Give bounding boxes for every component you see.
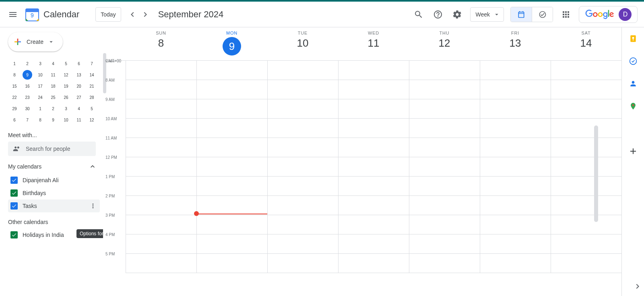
other-calendars-heading[interactable]: Other calendars: [8, 219, 100, 225]
time-cell[interactable]: [551, 80, 621, 99]
time-cell[interactable]: [126, 80, 196, 99]
view-selector[interactable]: Week: [470, 7, 504, 22]
today-button[interactable]: Today: [95, 7, 121, 22]
time-cell[interactable]: [126, 177, 196, 195]
minical-day[interactable]: 18: [47, 80, 60, 92]
time-cell[interactable]: [338, 119, 409, 138]
maps-addon-button[interactable]: [625, 98, 641, 114]
time-cell[interactable]: [551, 196, 621, 215]
minical-day[interactable]: 9: [23, 70, 32, 80]
minical-day[interactable]: 16: [21, 80, 34, 92]
calendar-item[interactable]: Birthdays: [8, 187, 100, 199]
time-cell[interactable]: [196, 157, 267, 176]
day-header[interactable]: TUE10: [267, 27, 338, 60]
minical-day[interactable]: 15: [8, 80, 21, 92]
next-period-button[interactable]: [139, 8, 152, 21]
checkbox-icon[interactable]: [10, 189, 18, 197]
minical-day[interactable]: 1: [34, 103, 47, 114]
settings-button[interactable]: [448, 5, 467, 24]
minical-day[interactable]: 22: [8, 92, 21, 103]
minical-day[interactable]: 7: [21, 114, 34, 125]
hour-row[interactable]: [126, 99, 621, 119]
create-button[interactable]: Create: [8, 32, 63, 51]
tasks-addon-button[interactable]: [625, 53, 641, 69]
time-cell[interactable]: [338, 80, 409, 99]
minical-day[interactable]: 25: [47, 92, 60, 103]
keep-addon-button[interactable]: [625, 31, 641, 47]
checkbox-icon[interactable]: [10, 177, 18, 184]
time-cell[interactable]: [267, 99, 338, 118]
help-button[interactable]: [428, 5, 448, 24]
hour-row[interactable]: [126, 157, 621, 177]
calendar-item[interactable]: Dipanjenah Ali: [8, 174, 100, 187]
minical-day[interactable]: 7: [85, 58, 98, 69]
time-cell[interactable]: [267, 215, 338, 234]
day-header[interactable]: MON9: [196, 27, 267, 60]
minical-day[interactable]: 4: [72, 103, 85, 114]
time-cell[interactable]: [267, 61, 338, 80]
time-cell[interactable]: [338, 196, 409, 215]
time-cell[interactable]: [338, 254, 409, 273]
time-cell[interactable]: [196, 80, 267, 99]
time-cell[interactable]: [126, 254, 196, 273]
time-cell[interactable]: [267, 119, 338, 138]
minical-day[interactable]: 4: [47, 58, 60, 69]
time-cell[interactable]: [480, 61, 551, 80]
day-header[interactable]: SAT14: [551, 27, 621, 60]
hour-row[interactable]: [126, 138, 621, 157]
checkbox-icon[interactable]: [10, 231, 18, 238]
google-account-area[interactable]: D: [579, 6, 638, 23]
time-cell[interactable]: [196, 99, 267, 118]
time-cell[interactable]: [196, 119, 267, 138]
hour-row[interactable]: [126, 80, 621, 99]
time-cell[interactable]: [551, 157, 621, 176]
hour-row[interactable]: [126, 254, 621, 273]
search-button[interactable]: [409, 5, 428, 24]
tasks-view-button[interactable]: [532, 7, 553, 22]
time-cell[interactable]: [196, 215, 267, 234]
time-cell[interactable]: [126, 157, 196, 176]
day-header[interactable]: THU12: [409, 27, 480, 60]
time-cell[interactable]: [196, 177, 267, 195]
minical-day[interactable]: 6: [8, 114, 21, 125]
time-cell[interactable]: [338, 157, 409, 176]
grid-scrollbar[interactable]: [594, 125, 598, 222]
checkbox-icon[interactable]: [10, 202, 18, 210]
minical-day[interactable]: 12: [60, 69, 72, 80]
minical-day[interactable]: 24: [34, 92, 47, 103]
time-cell[interactable]: [551, 254, 621, 273]
minical-day[interactable]: 8: [34, 114, 47, 125]
time-cell[interactable]: [551, 138, 621, 157]
minical-day[interactable]: 2: [47, 103, 60, 114]
time-cell[interactable]: [338, 234, 409, 253]
minical-day[interactable]: 21: [85, 80, 98, 92]
prev-period-button[interactable]: [126, 8, 139, 21]
time-cell[interactable]: [409, 138, 480, 157]
minical-day[interactable]: 10: [60, 114, 72, 125]
time-cell[interactable]: [196, 234, 267, 253]
user-avatar[interactable]: D: [619, 8, 632, 21]
time-cell[interactable]: [338, 61, 409, 80]
time-cell[interactable]: [409, 61, 480, 80]
time-cell[interactable]: [267, 177, 338, 195]
time-cell[interactable]: [551, 215, 621, 234]
time-cell[interactable]: [480, 215, 551, 234]
minical-day[interactable]: 1: [8, 58, 21, 69]
time-cell[interactable]: [409, 119, 480, 138]
minical-day[interactable]: 20: [72, 80, 85, 92]
time-cell[interactable]: [267, 157, 338, 176]
time-cell[interactable]: [338, 138, 409, 157]
time-cell[interactable]: [480, 119, 551, 138]
hours-scroll-area[interactable]: 7 AM8 AM9 AM10 AM11 AM12 PM1 PM2 PM3 PM4…: [103, 61, 621, 296]
minical-day[interactable]: 2: [21, 58, 34, 69]
time-cell[interactable]: [126, 196, 196, 215]
time-cell[interactable]: [338, 99, 409, 118]
minical-day[interactable]: 8: [8, 69, 21, 80]
time-cell[interactable]: [196, 196, 267, 215]
minical-day[interactable]: 10: [34, 69, 47, 80]
my-calendars-heading[interactable]: My calendars: [8, 162, 100, 171]
time-cell[interactable]: [551, 99, 621, 118]
minical-day[interactable]: 11: [47, 69, 60, 80]
day-header[interactable]: SUN8: [126, 27, 196, 60]
time-cell[interactable]: [480, 234, 551, 253]
